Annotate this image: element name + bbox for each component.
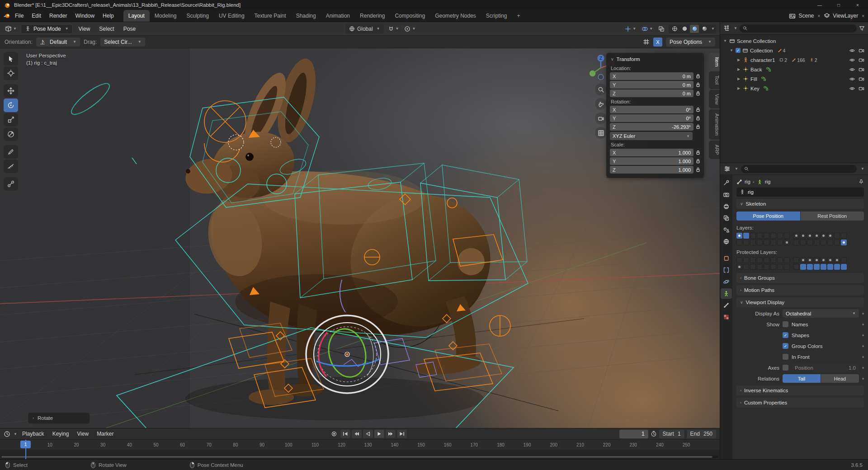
breadcrumb-object[interactable]: rig (745, 179, 750, 184)
outliner-row-back[interactable]: ▶ Back (720, 65, 868, 74)
layer-cell[interactable] (841, 257, 847, 263)
outliner-search[interactable] (740, 24, 857, 33)
rotate-tool-button[interactable] (4, 99, 18, 112)
names-checkbox[interactable] (783, 321, 788, 327)
maximize-button[interactable]: □ (829, 0, 848, 10)
disable-render-icon[interactable] (859, 67, 864, 72)
layer-cell[interactable] (764, 233, 769, 239)
operator-redo-panel[interactable]: › Rotate (28, 413, 90, 423)
n-tab-view[interactable]: View (709, 90, 720, 109)
close-button[interactable]: × (848, 0, 867, 10)
outliner-search-input[interactable] (750, 26, 854, 31)
lock-icon[interactable] (696, 116, 700, 121)
select-menu[interactable]: Select (96, 24, 117, 33)
layer-cell[interactable] (750, 233, 756, 239)
timeline-editor-icon[interactable] (4, 431, 10, 437)
playback-menu[interactable]: Playback (19, 429, 47, 438)
zoom-button[interactable] (595, 84, 607, 95)
rotation-z-field[interactable]: Z-26.293° (610, 123, 693, 131)
timeline-track[interactable] (0, 450, 720, 459)
pose-options-dropdown[interactable]: Pose Options ▼ (666, 38, 715, 47)
tab-object-data[interactable] (721, 288, 732, 299)
play-reverse-button[interactable] (363, 430, 373, 438)
outliner-editor-icon[interactable] (723, 25, 730, 32)
layer-cell[interactable] (834, 233, 840, 239)
start-frame-field[interactable]: Start 1 (659, 430, 684, 438)
layer-cell[interactable] (784, 264, 790, 270)
disable-render-icon[interactable] (859, 76, 864, 82)
shading-material-button[interactable] (690, 25, 699, 33)
layer-cell[interactable] (750, 264, 756, 270)
layer-cell[interactable] (743, 240, 749, 245)
outliner-row-character1[interactable]: ▶ character1 2 166 2 (720, 55, 868, 65)
pin-icon[interactable] (859, 179, 864, 184)
menu-help[interactable]: Help (99, 11, 118, 21)
disclosure-icon[interactable]: ▶ (736, 86, 741, 90)
hide-viewport-icon[interactable] (849, 57, 855, 63)
layer-cell[interactable] (841, 233, 847, 239)
end-frame-field[interactable]: End 250 (687, 430, 716, 438)
layer-cell[interactable] (800, 233, 806, 239)
cursor-tool-button[interactable] (4, 66, 18, 80)
bone-groups-panel-header[interactable]: › Bone Groups (736, 273, 864, 283)
scene-unlink-icon[interactable]: × (817, 14, 821, 19)
outliner-row-scene-collection[interactable]: ▼ Scene Collection (720, 36, 868, 46)
axes-checkbox[interactable] (783, 365, 788, 371)
layer-cell[interactable] (743, 264, 749, 270)
lock-icon[interactable] (696, 124, 700, 129)
marker-menu[interactable]: Marker (94, 429, 117, 438)
in-front-checkbox[interactable] (783, 354, 788, 360)
properties-editor-icon[interactable] (724, 165, 731, 172)
tweak-tool-button[interactable] (4, 52, 18, 66)
workspace-tab-rendering[interactable]: Rendering (355, 10, 390, 22)
keying-menu[interactable]: Keying (49, 429, 72, 438)
minimize-button[interactable]: — (810, 0, 829, 10)
menu-window[interactable]: Window (71, 11, 99, 21)
tab-output[interactable] (721, 201, 732, 212)
3d-viewport[interactable]: User Perspective (1) rig : c_traj (0, 48, 720, 428)
tab-tool[interactable] (721, 178, 732, 188)
workspace-tab-scripting[interactable]: Scripting (481, 10, 512, 22)
auto-key-button[interactable] (329, 430, 339, 438)
layer-cell[interactable] (736, 233, 742, 239)
workspace-tab-layout[interactable]: Layout (123, 10, 150, 22)
layer-cell[interactable] (821, 240, 826, 245)
properties-search[interactable] (741, 165, 857, 173)
layer-cell[interactable] (827, 264, 833, 270)
n-tab-arp[interactable]: ARP (709, 141, 720, 159)
hide-viewport-icon[interactable] (849, 86, 855, 91)
pan-button[interactable] (595, 98, 607, 110)
layer-cell[interactable] (827, 240, 833, 245)
lock-icon[interactable] (696, 150, 700, 155)
layer-cell[interactable] (807, 240, 813, 245)
next-keyframe-button[interactable] (386, 430, 396, 438)
tab-scene[interactable] (721, 225, 732, 235)
layer-cell[interactable] (757, 233, 763, 239)
layer-cell[interactable] (750, 240, 756, 245)
play-button[interactable] (374, 430, 384, 438)
pose-position-button[interactable]: Pose Position (736, 212, 800, 221)
layer-cell[interactable] (834, 257, 840, 263)
layer-cell[interactable] (841, 264, 847, 270)
outliner-row-key[interactable]: ▶ Key (720, 84, 868, 93)
breadcrumb-data[interactable]: rig (765, 179, 771, 184)
tab-object[interactable] (721, 253, 732, 263)
lock-icon[interactable] (696, 74, 700, 79)
ortho-toggle-button[interactable] (595, 127, 607, 139)
layer-cell[interactable] (757, 240, 763, 245)
skeleton-panel-header[interactable]: ∨ Skeleton (736, 199, 864, 209)
jump-to-start-button[interactable] (340, 430, 350, 438)
layer-cell[interactable] (736, 240, 742, 245)
animate-decorator[interactable] (862, 345, 864, 347)
workspace-tab-shading[interactable]: Shading (291, 10, 321, 22)
n-tab-tool[interactable]: Tool (709, 71, 720, 89)
layer-cell[interactable] (770, 240, 776, 245)
timeline-body[interactable]: 1020304050607080901001101201301401501601… (0, 440, 720, 459)
xray-toggle-button[interactable] (657, 25, 666, 33)
layer-cell[interactable] (770, 233, 776, 239)
layer-cell[interactable] (784, 233, 790, 239)
drag-setting-select[interactable]: Select Cir... ▼ (100, 38, 145, 47)
snap-grid-icon[interactable] (643, 38, 650, 45)
layer-cell[interactable] (814, 257, 820, 263)
layer-cell[interactable] (743, 257, 749, 263)
